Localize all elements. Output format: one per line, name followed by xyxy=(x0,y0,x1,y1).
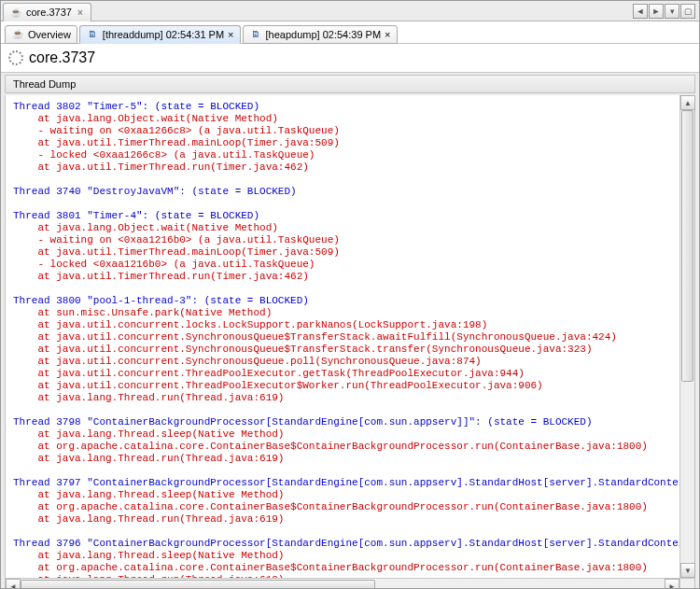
stack-frame: at java.util.concurrent.SynchronousQueue… xyxy=(13,344,672,356)
coffee-icon: ☕ xyxy=(9,6,22,19)
scroll-up-button[interactable]: ▲ xyxy=(680,95,695,110)
scroll-down-button[interactable]: ▼ xyxy=(680,563,695,578)
blank-line xyxy=(13,174,672,186)
editor-tab-core[interactable]: ☕ core.3737 × xyxy=(3,3,91,21)
thread-header: Thread 3797 "ContainerBackgroundProcesso… xyxy=(13,477,672,489)
sub-tabs-bar: ☕ Overview 🗎 [threaddump] 02:54:31 PM × … xyxy=(1,21,699,44)
close-icon[interactable]: × xyxy=(385,29,390,40)
editor-tab-label: core.3737 xyxy=(26,7,72,18)
stack-frame: at org.apache.catalina.core.ContainerBas… xyxy=(13,441,672,453)
stack-frame: at java.lang.Thread.run(Thread.java:619) xyxy=(13,513,672,526)
stack-frame: at java.util.TimerThread.run(Timer.java:… xyxy=(13,271,672,283)
section-title: Thread Dump xyxy=(13,78,76,90)
stack-frame: at java.util.concurrent.ThreadPoolExecut… xyxy=(13,368,672,380)
stack-frame: - waiting on <0xaa1216b0> (a java.util.T… xyxy=(13,234,672,246)
stack-frame: at java.util.TimerThread.mainLoop(Timer.… xyxy=(13,137,672,149)
scroll-right-button[interactable]: ► xyxy=(665,579,679,589)
document-icon: 🗎 xyxy=(86,28,99,41)
tab-heapdump[interactable]: 🗎 [heapdump] 02:54:39 PM × xyxy=(243,25,398,44)
horizontal-scrollbar[interactable]: ◄ ► xyxy=(6,578,679,589)
thread-header: Thread 3740 "DestroyJavaVM": (state = BL… xyxy=(13,186,672,198)
stack-frame: at java.util.concurrent.SynchronousQueue… xyxy=(13,331,672,344)
blank-line xyxy=(13,526,672,538)
blank-line xyxy=(13,465,672,477)
document-icon: 🗎 xyxy=(249,28,262,41)
stack-frame: at java.util.concurrent.locks.LockSuppor… xyxy=(13,319,672,331)
stack-frame: at java.lang.Thread.sleep(Native Method) xyxy=(13,428,672,441)
stack-frame: - waiting on <0xaa1266c8> (a java.util.T… xyxy=(13,125,672,137)
stack-frame: at org.apache.catalina.core.ContainerBas… xyxy=(13,501,672,513)
stack-frame: at java.lang.Thread.sleep(Native Method) xyxy=(13,550,672,562)
scroll-left-button[interactable]: ◄ xyxy=(6,579,21,589)
stack-frame: at org.apache.catalina.core.ContainerBas… xyxy=(13,562,672,574)
blank-line xyxy=(13,404,672,416)
thread-dump-content: Thread 3802 "Timer-5": (state = BLOCKED)… xyxy=(6,95,679,578)
thread-header: Thread 3802 "Timer-5": (state = BLOCKED) xyxy=(13,101,672,113)
stack-frame: at java.lang.Object.wait(Native Method) xyxy=(13,222,672,234)
blank-line xyxy=(13,283,672,295)
stack-frame: at java.lang.Thread.sleep(Native Method) xyxy=(13,489,672,501)
thread-header: Thread 3798 "ContainerBackgroundProcesso… xyxy=(13,416,672,428)
nav-list-button[interactable]: ▾ xyxy=(665,4,679,19)
stack-frame: at java.util.concurrent.ThreadPoolExecut… xyxy=(13,380,672,392)
stack-frame: - locked <0xaa1266c8> (a java.util.TaskQ… xyxy=(13,149,672,161)
page-title-bar: core.3737 xyxy=(1,44,699,73)
loading-spinner-icon xyxy=(8,50,23,65)
section-header: Thread Dump xyxy=(5,75,695,93)
close-icon[interactable]: × xyxy=(76,7,85,18)
tab-overview[interactable]: ☕ Overview xyxy=(5,25,77,44)
vertical-scrollbar[interactable]: ▲ ▼ xyxy=(679,95,694,578)
scroll-track[interactable] xyxy=(680,110,694,563)
editor-tabs-bar: ☕ core.3737 × ◄ ► ▾ ▢ xyxy=(1,1,699,21)
thread-header: Thread 3800 "pool-1-thread-3": (state = … xyxy=(13,295,672,307)
blank-line xyxy=(13,198,672,210)
nav-next-button[interactable]: ► xyxy=(649,4,664,19)
coffee-icon: ☕ xyxy=(11,28,24,41)
stack-frame: at java.util.TimerThread.run(Timer.java:… xyxy=(13,161,672,174)
stack-frame: at java.util.concurrent.SynchronousQueue… xyxy=(13,356,672,368)
page-title: core.3737 xyxy=(29,49,95,66)
sub-tab-label: Overview xyxy=(28,29,71,40)
stack-frame: at sun.misc.Unsafe.park(Native Method) xyxy=(13,307,672,319)
stack-frame: at java.lang.Object.wait(Native Method) xyxy=(13,113,672,125)
sub-tab-label: [threaddump] 02:54:31 PM xyxy=(103,29,224,40)
thread-header: Thread 3796 "ContainerBackgroundProcesso… xyxy=(13,538,672,550)
scroll-thumb[interactable] xyxy=(681,110,693,382)
tab-threaddump[interactable]: 🗎 [threaddump] 02:54:31 PM × xyxy=(79,25,241,44)
stack-frame: - locked <0xaa1216b0> (a java.util.TaskQ… xyxy=(13,259,672,271)
thread-header: Thread 3801 "Timer-4": (state = BLOCKED) xyxy=(13,210,672,222)
nav-prev-button[interactable]: ◄ xyxy=(633,4,648,19)
scrollbar-corner xyxy=(679,578,694,589)
thread-dump-panel: Thread 3802 "Timer-5": (state = BLOCKED)… xyxy=(5,95,695,589)
stack-frame: at java.lang.Thread.run(Thread.java:619) xyxy=(13,392,672,404)
scroll-track[interactable] xyxy=(21,579,665,589)
tab-nav-controls: ◄ ► ▾ ▢ xyxy=(632,4,699,19)
close-icon[interactable]: × xyxy=(228,29,233,40)
maximize-button[interactable]: ▢ xyxy=(680,4,695,19)
sub-tab-label: [heapdump] 02:54:39 PM xyxy=(266,29,382,40)
stack-frame: at java.lang.Thread.run(Thread.java:619) xyxy=(13,453,672,465)
stack-frame: at java.util.TimerThread.mainLoop(Timer.… xyxy=(13,246,672,259)
scroll-thumb[interactable] xyxy=(21,580,375,589)
